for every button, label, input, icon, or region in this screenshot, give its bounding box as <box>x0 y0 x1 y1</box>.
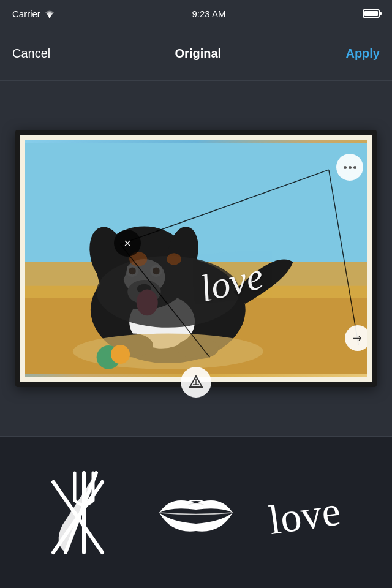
status-time: 9:23 AM <box>192 9 225 19</box>
battery-icon <box>363 9 380 18</box>
status-bar: Carrier 9:23 AM <box>0 0 392 27</box>
nav-bar: Cancel Original Apply <box>0 27 392 81</box>
sticker-cutlery[interactable] <box>29 464 127 562</box>
cutlery-icon <box>29 464 127 562</box>
resize-handle[interactable]: ↗ <box>345 325 371 351</box>
ellipsis-icon <box>344 166 356 169</box>
close-icon: × <box>124 237 131 249</box>
resize-icon: ↗ <box>349 330 365 346</box>
cancel-button[interactable]: Cancel <box>12 47 50 61</box>
svg-text:love: love <box>266 487 344 543</box>
main-area: love × ↗ <box>0 81 392 436</box>
photo-frame[interactable]: love × ↗ <box>15 130 377 387</box>
sticker-tray: love <box>0 436 392 588</box>
lips-icon <box>147 464 245 562</box>
photo-inner: love × ↗ <box>20 135 372 382</box>
sticker-lips[interactable] <box>147 464 245 562</box>
love-script-icon: love <box>265 464 363 562</box>
transform-handle[interactable] <box>181 367 211 398</box>
transform-icon <box>187 374 205 391</box>
sticker-love[interactable]: love <box>265 464 363 562</box>
apply-button[interactable]: Apply <box>345 47 380 61</box>
status-left: Carrier <box>12 9 55 19</box>
carrier-label: Carrier <box>12 9 40 19</box>
svg-point-18 <box>97 256 239 328</box>
photo-image <box>25 140 367 377</box>
svg-point-23 <box>111 345 130 364</box>
wifi-icon <box>44 9 55 18</box>
status-right <box>363 9 380 18</box>
svg-point-25 <box>167 253 181 265</box>
nav-title: Original <box>175 47 222 61</box>
